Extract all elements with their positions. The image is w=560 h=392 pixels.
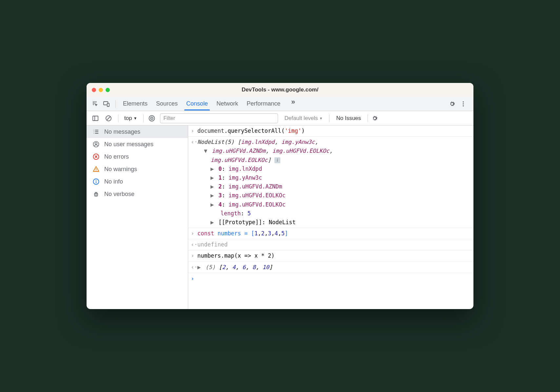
input-caret-icon: › (191, 229, 197, 238)
console-input-row: › const numbers = [1,2,3,4,5] (188, 228, 473, 239)
sidebar-label: No errors (104, 153, 129, 160)
console-input-row: › numbers.map(x => x * 2) (188, 250, 473, 262)
tab-network[interactable]: Network (216, 97, 239, 110)
sidebar-item-info[interactable]: No info (87, 175, 188, 188)
nodelist-result[interactable]: NodeList(5) [img.lnXdpd, img.yAnw3c, ▼ i… (197, 138, 471, 227)
user-icon (92, 141, 100, 148)
svg-point-18 (96, 180, 96, 181)
expand-triangle-icon[interactable]: ▶ (210, 191, 215, 200)
levels-label: Default levels (285, 115, 318, 122)
sidebar-item-verbose[interactable]: No verbose (87, 188, 188, 200)
console-settings-icon[interactable] (370, 113, 380, 123)
sidebar-label: No verbose (104, 191, 134, 198)
sidebar-label: No warnings (104, 166, 137, 173)
info-icon (92, 178, 100, 185)
undefined-result: undefined (197, 241, 228, 248)
traffic-lights (92, 88, 110, 92)
live-expression-icon[interactable] (147, 113, 157, 123)
console-output-row: ‹· undefined (188, 239, 473, 250)
svg-point-11 (151, 118, 152, 119)
console-output-row: ‹· ▶ (5) [2, 4, 6, 8, 10] (188, 262, 473, 273)
devtools-window: DevTools - www.google.com/ Elements Sour… (87, 83, 473, 309)
window-title: DevTools - www.google.com/ (242, 87, 318, 93)
expand-triangle-icon[interactable]: ▶ (210, 165, 215, 173)
maximize-window-button[interactable] (106, 88, 110, 92)
settings-icon[interactable] (447, 99, 457, 109)
message-sidebar: No messages No user messages No errors N… (87, 126, 188, 309)
console-input-row: › document.querySelectorAll('img') (188, 126, 473, 137)
expand-triangle-icon[interactable]: ▶ (210, 173, 215, 182)
toggle-sidebar-icon[interactable] (90, 113, 100, 123)
sidebar-item-messages[interactable]: No messages (87, 126, 188, 138)
svg-point-13 (95, 143, 97, 145)
svg-rect-5 (93, 116, 98, 121)
prompt-caret-icon: › (191, 275, 194, 282)
console-output: › document.querySelectorAll('img') ‹· No… (188, 126, 473, 309)
svg-point-3 (463, 103, 464, 105)
tab-performance[interactable]: Performance (246, 97, 281, 110)
error-icon (92, 153, 100, 160)
console-toolbar: top ▼ Default levels ▼ No Issues (87, 111, 473, 126)
output-caret-icon: ‹· (191, 240, 197, 249)
chevron-down-icon: ▼ (133, 116, 137, 121)
input-caret-icon: › (191, 251, 197, 260)
console-expression[interactable]: const numbers = [1,2,3,4,5] (197, 229, 471, 238)
info-badge-icon[interactable]: i (274, 157, 280, 163)
sidebar-item-user-messages[interactable]: No user messages (87, 138, 188, 150)
sidebar-label: No user messages (104, 141, 153, 148)
svg-point-2 (463, 101, 464, 103)
sidebar-item-errors[interactable]: No errors (87, 150, 188, 163)
console-expression[interactable]: document.querySelectorAll('img') (197, 127, 471, 135)
list-icon (92, 128, 100, 135)
issues-label[interactable]: No Issues (331, 115, 366, 122)
context-label: top (124, 115, 132, 122)
warning-icon (92, 166, 100, 173)
expand-triangle-icon[interactable]: ▶ (197, 263, 202, 272)
filter-input[interactable] (160, 113, 278, 123)
console-expression[interactable]: numbers.map(x => x * 2) (197, 251, 471, 260)
expand-triangle-icon[interactable]: ▶ (210, 200, 215, 209)
svg-point-16 (96, 170, 96, 171)
output-caret-icon: ‹· (191, 263, 197, 272)
main-toolbar: Elements Sources Console Network Perform… (87, 97, 473, 111)
tab-sources[interactable]: Sources (155, 97, 178, 110)
sidebar-label: No messages (104, 128, 140, 135)
expand-triangle-icon[interactable]: ▶ (210, 182, 215, 191)
expand-triangle-icon[interactable]: ▶ (210, 218, 215, 227)
input-caret-icon: › (191, 127, 197, 135)
content-area: No messages No user messages No errors N… (87, 126, 473, 309)
sidebar-item-warnings[interactable]: No warnings (87, 163, 188, 175)
tab-console[interactable]: Console (186, 97, 209, 110)
chevron-down-icon: ▼ (319, 116, 323, 120)
array-result[interactable]: ▶ (5) [2, 4, 6, 8, 10] (197, 263, 471, 272)
clear-console-icon[interactable] (104, 113, 113, 123)
sidebar-label: No info (104, 178, 123, 185)
device-toolbar-icon[interactable] (102, 99, 111, 109)
console-output-row: ‹· NodeList(5) [img.lnXdpd, img.yAnw3c, … (188, 137, 473, 228)
context-selector[interactable]: top ▼ (122, 115, 140, 122)
panel-tabs: Elements Sources Console Network Perform… (122, 97, 447, 110)
minimize-window-button[interactable] (99, 88, 103, 92)
svg-point-12 (93, 142, 99, 147)
output-caret-icon: ‹· (191, 138, 197, 227)
bug-icon (92, 190, 100, 198)
close-window-button[interactable] (92, 88, 96, 92)
more-options-icon[interactable] (458, 99, 468, 109)
tab-elements[interactable]: Elements (122, 97, 148, 110)
svg-line-8 (107, 117, 110, 120)
expand-triangle-icon[interactable]: ▼ (204, 147, 209, 155)
titlebar: DevTools - www.google.com/ (87, 83, 473, 97)
log-levels-selector[interactable]: Default levels ▼ (280, 115, 328, 122)
inspect-element-icon[interactable] (90, 99, 100, 109)
console-prompt[interactable]: › (188, 273, 473, 284)
more-tabs-icon[interactable]: » (288, 97, 298, 107)
svg-rect-1 (107, 103, 109, 107)
svg-point-4 (463, 105, 464, 107)
